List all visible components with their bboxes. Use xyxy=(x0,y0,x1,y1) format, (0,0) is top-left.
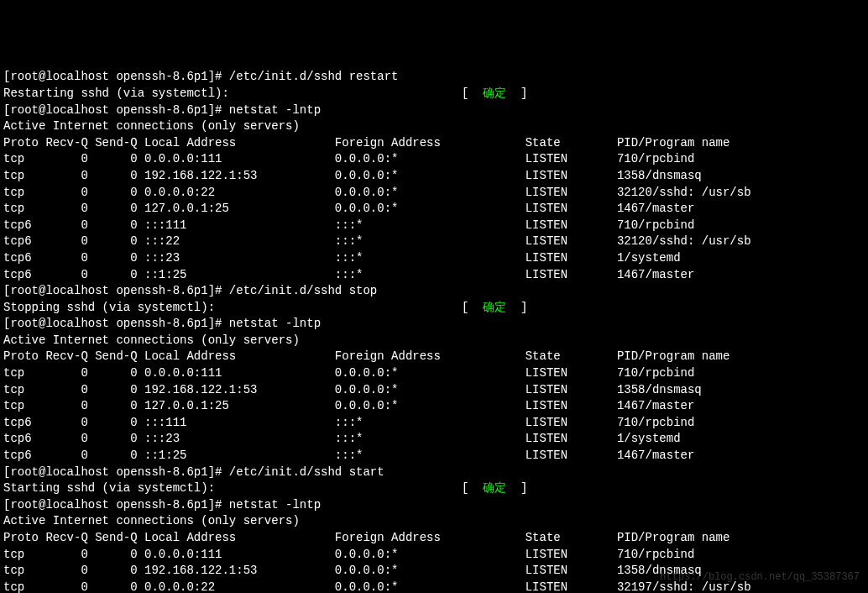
table-row: tcp6 0 0 :::111 :::* LISTEN 710/rpcbind xyxy=(3,218,865,234)
prompt-line: [root@localhost openssh-8.6p1]# netstat … xyxy=(3,316,865,333)
status-line: Restarting sshd (via systemctl): [ 确定 ] xyxy=(3,87,528,100)
table-row: tcp 0 0 192.168.122.1:53 0.0.0.0:* LISTE… xyxy=(3,168,865,185)
prompt-line: [root@localhost openssh-8.6p1]# netstat … xyxy=(3,497,865,514)
terminal-output[interactable]: [root@localhost openssh-8.6p1]# /etc/ini… xyxy=(3,69,865,593)
ok-label: 确定 xyxy=(483,481,506,495)
ok-label: 确定 xyxy=(483,301,506,314)
status-line: Stopping sshd (via systemctl): [ 确定 ] xyxy=(3,301,528,314)
active-header: Active Internet connections (only server… xyxy=(3,333,865,349)
start-status: Starting sshd (via systemctl): [ 确定 ] xyxy=(3,480,865,497)
status-line: Starting sshd (via systemctl): [ 确定 ] xyxy=(3,481,528,495)
active-header: Active Internet connections (only server… xyxy=(3,118,865,135)
prompt-line: [root@localhost openssh-8.6p1]# /etc/ini… xyxy=(3,283,865,300)
table-row: tcp 0 0 0.0.0.0:111 0.0.0.0:* LISTEN 710… xyxy=(3,547,865,564)
table-row: tcp6 0 0 :::23 :::* LISTEN 1/systemd xyxy=(3,250,865,267)
table-row: tcp 0 0 0.0.0.0:111 0.0.0.0:* LISTEN 710… xyxy=(3,365,865,382)
column-header: Proto Recv-Q Send-Q Local Address Foreig… xyxy=(3,349,865,365)
table-row: tcp 0 0 0.0.0.0:22 0.0.0.0:* LISTEN 3212… xyxy=(3,185,865,202)
table-row: tcp 0 0 127.0.0.1:25 0.0.0.0:* LISTEN 14… xyxy=(3,201,865,218)
prompt-line: [root@localhost openssh-8.6p1]# netstat … xyxy=(3,102,865,119)
table-row: tcp 0 0 192.168.122.1:53 0.0.0.0:* LISTE… xyxy=(3,382,865,399)
prompt-line: [root@localhost openssh-8.6p1]# /etc/ini… xyxy=(3,464,865,481)
restart-status: Restarting sshd (via systemctl): [ 确定 ] xyxy=(3,86,865,102)
table-row: tcp 0 0 127.0.0.1:25 0.0.0.0:* LISTEN 14… xyxy=(3,398,865,415)
column-header: Proto Recv-Q Send-Q Local Address Foreig… xyxy=(3,530,865,547)
active-header: Active Internet connections (only server… xyxy=(3,513,865,530)
ok-label: 确定 xyxy=(483,87,506,100)
table-row: tcp6 0 0 ::1:25 :::* LISTEN 1467/master xyxy=(3,448,865,464)
table-row: tcp6 0 0 :::111 :::* LISTEN 710/rpcbind xyxy=(3,415,865,432)
watermark-text: https://blog.csdn.net/qq_35387367 xyxy=(660,570,860,585)
stop-status: Stopping sshd (via systemctl): [ 确定 ] xyxy=(3,300,865,317)
table-row: tcp6 0 0 :::22 :::* LISTEN 32120/sshd: /… xyxy=(3,234,865,250)
prompt-line: [root@localhost openssh-8.6p1]# /etc/ini… xyxy=(3,69,865,86)
table-row: tcp6 0 0 :::23 :::* LISTEN 1/systemd xyxy=(3,431,865,448)
column-header: Proto Recv-Q Send-Q Local Address Foreig… xyxy=(3,135,865,152)
table-row: tcp6 0 0 ::1:25 :::* LISTEN 1467/master xyxy=(3,267,865,284)
table-row: tcp 0 0 0.0.0.0:111 0.0.0.0:* LISTEN 710… xyxy=(3,151,865,168)
